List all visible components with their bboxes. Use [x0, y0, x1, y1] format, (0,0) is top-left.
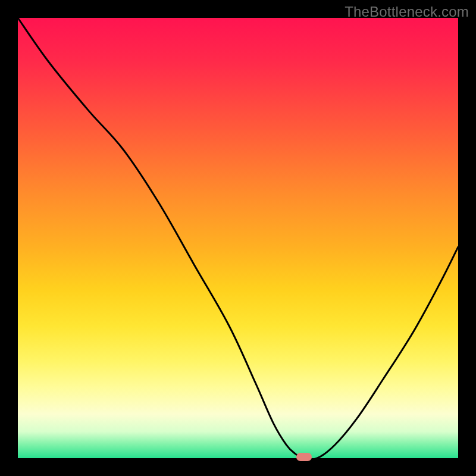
attribution-watermark: TheBottleneck.com	[345, 4, 469, 20]
bottleneck-curve	[18, 18, 458, 458]
curve-path	[18, 18, 458, 459]
chart-plot-area	[18, 18, 458, 458]
optimal-point-marker	[296, 453, 312, 461]
chart-frame: TheBottleneck.com	[0, 0, 476, 476]
